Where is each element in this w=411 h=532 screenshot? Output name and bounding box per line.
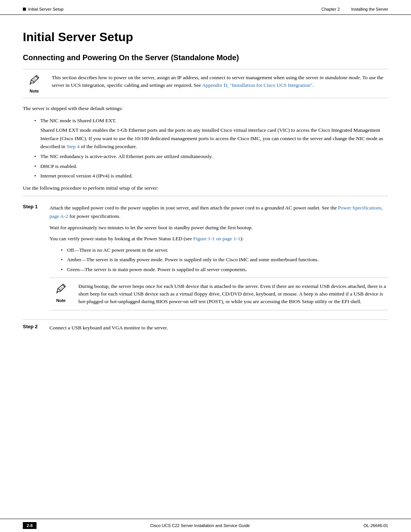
footer-center-text: Cisco UCS C22 Server Installation and Se…: [150, 523, 250, 528]
note-text-2: During bootup, the server beeps once for…: [78, 283, 388, 306]
page-title: Initial Server Setup: [23, 30, 388, 44]
power-status-list: Off—There is no AC power present in the …: [61, 246, 388, 274]
section-heading: Connecting and Powering On the Server (S…: [23, 53, 388, 62]
page-footer: 2-8 Cisco UCS C22 Server Installation an…: [0, 519, 411, 532]
list-item-nic-redundancy: The NIC redundancy is active-active. All…: [34, 152, 388, 161]
step1-para3: You can verify power status by looking a…: [49, 235, 388, 243]
note-text-1: This section describes how to power on t…: [52, 74, 388, 89]
main-content: Initial Server Setup Connecting and Powe…: [0, 15, 411, 369]
note-label-1: Note: [30, 89, 39, 93]
note-label-2: Note: [56, 297, 65, 304]
step-1-row: Step 1 Attach the supplied power cord to…: [23, 200, 388, 320]
step-1-content: Attach the supplied power cord to the po…: [49, 204, 388, 316]
note1-text-part1: This section describes how to power on t…: [52, 75, 320, 80]
header-bullet-icon: [23, 8, 26, 11]
header-section-title: Initial Server Setup: [28, 7, 64, 11]
nic-mode-subpara: Shared LOM EXT mode enables the 1-Gb Eth…: [40, 126, 388, 151]
list-item-nic-mode: The NIC mode is Shared LOM EXT. Shared L…: [34, 117, 388, 151]
step-2-content: Connect a USB keyboard and VGA monitor t…: [49, 324, 388, 335]
footer-right-text: OL-26646-01: [363, 523, 388, 528]
step4-link[interactable]: Step 4: [67, 144, 80, 149]
header-chapter: Chapter 2: [321, 7, 339, 11]
appendix-d-link[interactable]: Appendix D, "Installation for Cisco UCS …: [202, 82, 312, 88]
step1-para1: Attach the supplied power cord to the po…: [49, 204, 388, 220]
steps-section: Step 1 Attach the supplied power cord to…: [23, 196, 388, 338]
figure1-link[interactable]: Figure 1-1 on page 1-1: [193, 236, 241, 241]
note1-text-part3: .: [312, 82, 314, 88]
nic-mode-text: The NIC mode is Shared LOM EXT.: [40, 118, 116, 123]
page-container: Initial Server Setup Chapter 2 Installin…: [0, 0, 411, 532]
page-header: Initial Server Setup Chapter 2 Installin…: [0, 0, 411, 15]
default-settings-list: The NIC mode is Shared LOM EXT. Shared L…: [34, 117, 388, 180]
note1-italic: in standalone mode: [320, 75, 360, 80]
step-1-label: Step 1: [23, 204, 49, 209]
note-icon-col-1: Note: [23, 74, 46, 93]
list-item-amber: Amber—The server is in standby power mod…: [61, 256, 388, 264]
pencil-icon-2: [55, 283, 67, 297]
note-box-2: Note During bootup, the server beeps onc…: [49, 278, 388, 311]
header-right: Chapter 2 Installing the Server: [321, 7, 388, 11]
footer-page-number: 2-8: [23, 522, 37, 529]
header-chapter-title: Installing the Server: [351, 7, 388, 11]
list-item-dhcp: DHCP is enabled.: [34, 162, 388, 171]
step-2-row: Step 2 Connect a USB keyboard and VGA mo…: [23, 320, 388, 338]
step-2-label: Step 2: [23, 324, 49, 329]
step1-para2: Wait for approximately two minutes to le…: [49, 224, 388, 232]
note-icon-col-2: Note: [49, 283, 72, 304]
list-item-ipv4: Internet protocol version 4 (IPv4) is en…: [34, 172, 388, 180]
list-item-off: Off—There is no AC power present in the …: [61, 246, 388, 254]
use-following-para: Use the following procedure to perform i…: [23, 184, 388, 192]
note-box-1: Note This section describes how to power…: [23, 69, 388, 98]
power-spec-link[interactable]: Power Specifications, page A-2: [49, 205, 383, 219]
header-left: Initial Server Setup: [23, 7, 64, 11]
step2-para1: Connect a USB keyboard and VGA monitor t…: [49, 324, 388, 332]
pencil-icon-1: [28, 74, 40, 88]
list-item-green: Green—The server is in main power mode. …: [61, 265, 388, 274]
intro-para: The server is shipped with these default…: [23, 104, 388, 113]
